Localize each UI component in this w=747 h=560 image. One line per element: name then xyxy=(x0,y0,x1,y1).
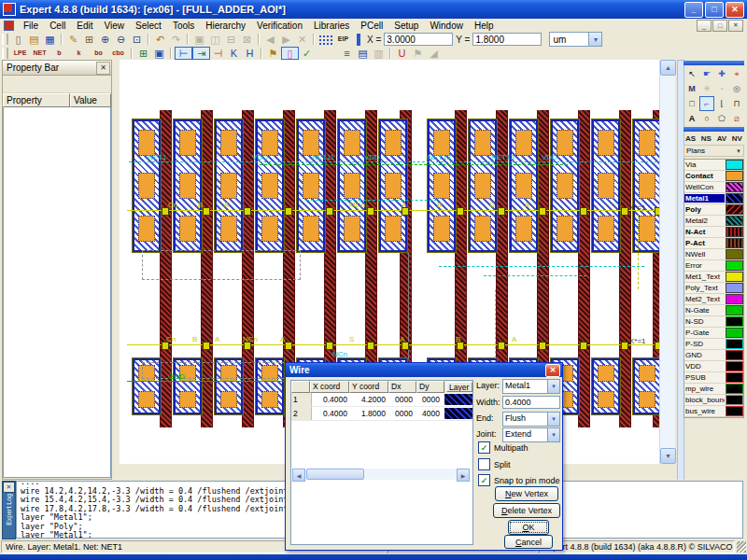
vertex-table-hscrollbar[interactable]: ◀ ▶ xyxy=(292,469,470,480)
x-coordinate-input[interactable] xyxy=(384,33,453,46)
column-header[interactable] xyxy=(291,381,310,393)
layout-cell[interactable] xyxy=(174,119,202,252)
layer-swatch[interactable] xyxy=(726,227,743,237)
scroll-up-icon[interactable]: ▲ xyxy=(660,60,676,76)
rect-tool[interactable]: □ xyxy=(684,96,699,111)
layer-select[interactable]: Metal1 ▼ xyxy=(502,379,560,394)
maximize-button[interactable]: □ xyxy=(705,2,724,18)
magnet-icon[interactable]: U xyxy=(394,47,410,60)
mdi-restore-button[interactable]: □ xyxy=(712,20,727,32)
pad-tool[interactable]: ⊓ xyxy=(729,96,744,111)
menu-select[interactable]: Select xyxy=(130,21,167,31)
flag-icon[interactable]: ⚑ xyxy=(265,47,281,60)
checkbox-snap-to-pin-mode[interactable]: ✓Snap to pin mode xyxy=(478,474,560,486)
layer-swatch[interactable] xyxy=(726,193,743,203)
ok-button[interactable]: OK xyxy=(508,520,549,535)
layer-swatch[interactable] xyxy=(726,216,743,226)
mdi-close-button[interactable]: ✕ xyxy=(728,20,743,32)
canvas-vertical-scrollbar[interactable]: ▲ ▼ xyxy=(659,60,675,464)
column-header[interactable]: Y coord xyxy=(349,381,388,393)
log-panel-tab[interactable]: ✕ Expert Log xyxy=(2,481,16,539)
menu-help[interactable]: Help xyxy=(469,21,500,31)
menu-cell[interactable]: Cell xyxy=(44,21,71,31)
layer-swatch[interactable] xyxy=(726,260,743,271)
layerbar-drag-handle[interactable] xyxy=(684,127,744,132)
menu-edit[interactable]: Edit xyxy=(71,21,98,31)
layer-row-vdd[interactable]: VDD xyxy=(684,361,743,372)
resize-grip[interactable] xyxy=(737,541,746,553)
poly-stripe[interactable] xyxy=(578,110,590,427)
layer-row-mp_wire[interactable]: mp_wire xyxy=(684,384,743,395)
poly-stripe[interactable] xyxy=(619,110,631,427)
text-tool[interactable]: A xyxy=(684,111,699,126)
unchecked-icon[interactable] xyxy=(478,458,490,470)
node-cbo-icon[interactable]: cbo xyxy=(108,47,128,60)
close-icon[interactable]: ✕ xyxy=(3,482,15,493)
layer-swatch[interactable] xyxy=(726,204,743,215)
layout-cell[interactable] xyxy=(297,119,325,252)
chevron-down-icon[interactable]: ▼ xyxy=(588,33,601,46)
property-bar-list[interactable] xyxy=(3,107,111,478)
checked-icon[interactable]: ✓ xyxy=(478,474,490,486)
zoom-out-icon[interactable]: ⊖ xyxy=(113,33,129,46)
scroll-left-icon[interactable]: ◀ xyxy=(292,469,305,482)
property-column-header[interactable]: Property xyxy=(3,93,70,107)
pick-tool[interactable]: ☛ xyxy=(699,66,714,81)
layer-swatch[interactable] xyxy=(726,283,743,293)
layout-cell[interactable] xyxy=(215,119,243,252)
layer-row-p-gate[interactable]: P-Gate xyxy=(684,328,743,339)
layer-row-error[interactable]: Error xyxy=(684,260,743,272)
layer-row-p-act[interactable]: P-Act xyxy=(684,238,743,249)
layer-swatch[interactable] xyxy=(726,350,743,360)
lpe-tool-icon[interactable]: LPE xyxy=(10,47,30,60)
eraser-icon[interactable]: ✎ xyxy=(65,33,81,46)
menu-setup[interactable]: Setup xyxy=(388,21,424,31)
checkbox-split[interactable]: Split xyxy=(478,458,511,470)
database-icon[interactable]: ▤ xyxy=(355,47,371,60)
menu-libraries[interactable]: Libraries xyxy=(308,21,355,31)
snap-grid-icon[interactable]: ⇥ xyxy=(192,47,210,60)
scrollbar-thumb[interactable] xyxy=(306,469,364,480)
mode-button-nv[interactable]: NV xyxy=(732,134,742,143)
vertex-row[interactable]: 10.40004.200000000000 xyxy=(291,393,472,407)
joint-select[interactable]: Extend ▼ xyxy=(502,427,560,442)
snap-left-icon[interactable]: ⊢ xyxy=(175,47,192,60)
value-column-header[interactable]: Value xyxy=(70,93,111,107)
wire-dialog-titlebar[interactable]: Wire ✕ xyxy=(286,363,562,377)
layer-row-n-act[interactable]: N-Act xyxy=(684,227,743,238)
cell-edit-icon[interactable]: ▣ xyxy=(151,47,167,60)
probe-tool[interactable]: ⌖ xyxy=(729,66,744,81)
palette-drag-handle[interactable] xyxy=(684,61,744,65)
polygon-tool[interactable]: ⬠ xyxy=(714,111,729,126)
layer-row-met1_text[interactable]: Met1_Text xyxy=(684,272,743,283)
layer-swatch[interactable] xyxy=(726,160,743,170)
layer-row-contact[interactable]: Contact xyxy=(684,171,743,182)
plans-select[interactable]: Plans ▼ xyxy=(684,145,744,157)
zoom-region-icon[interactable]: ⊡ xyxy=(129,33,145,46)
layer-swatch[interactable] xyxy=(726,372,743,383)
open-cell-icon[interactable]: ▤ xyxy=(26,33,42,46)
cancel-button[interactable]: Cancel xyxy=(504,535,553,549)
menu-tools[interactable]: Tools xyxy=(167,21,200,31)
menu-hierarchy[interactable]: Hierarchy xyxy=(200,21,251,31)
layout-cell[interactable] xyxy=(428,119,456,252)
target-tool[interactable]: ◎ xyxy=(729,81,744,96)
move-tool[interactable]: ✚ xyxy=(714,66,729,81)
layer-row-gnd[interactable]: GND xyxy=(684,350,743,361)
end-select[interactable]: Flush ▼ xyxy=(502,412,560,427)
move-mode-icon[interactable]: ⊣ xyxy=(210,47,226,60)
layer-row-via[interactable]: Via xyxy=(684,160,743,171)
layer-swatch[interactable] xyxy=(726,361,743,371)
new-icon[interactable]: ▯ xyxy=(10,33,26,46)
layer-row-n-gate[interactable]: N-Gate xyxy=(684,305,743,316)
layer-row-n-sd[interactable]: N-SD xyxy=(684,316,743,328)
hierarchy-tree-icon[interactable]: ⊞ xyxy=(135,47,151,60)
scroll-right-icon[interactable]: ▶ xyxy=(457,469,470,482)
mode-button-ns[interactable]: NS xyxy=(701,134,712,143)
zoom-in-icon[interactable]: ⊕ xyxy=(97,33,113,46)
layout-cell[interactable] xyxy=(592,119,620,252)
close-icon[interactable]: ✕ xyxy=(545,364,560,377)
undo-icon[interactable]: ↶ xyxy=(152,33,168,46)
h-mode-icon[interactable]: H xyxy=(242,47,258,60)
save-icon[interactable]: ▦ xyxy=(42,33,58,46)
